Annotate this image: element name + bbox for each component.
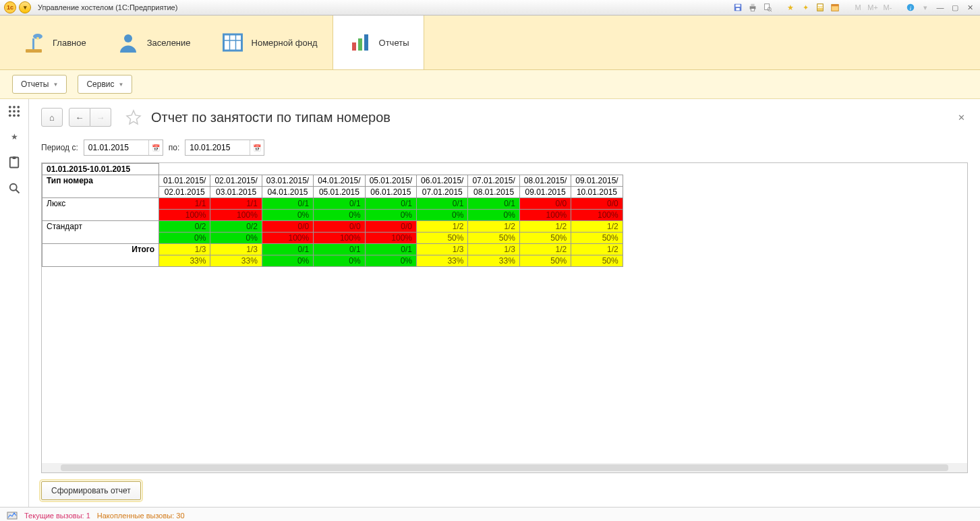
- occupancy-cell: 1/3: [210, 244, 262, 255]
- save-icon[interactable]: [732, 2, 744, 13]
- grid-icon[interactable]: [7, 104, 21, 118]
- svg-rect-40: [13, 156, 16, 159]
- date-col-header-l1: 09.01.2015/: [571, 175, 623, 187]
- date-range-header: 01.01.2015-10.01.2015: [42, 164, 159, 175]
- calendar-picker-icon[interactable]: 📅: [148, 140, 163, 155]
- occupancy-pct-cell: 0%: [314, 255, 365, 267]
- service-dropdown-button[interactable]: Сервис▼: [78, 75, 132, 94]
- report-container[interactable]: 01.01.2015-10.01.2015Тип номера01.01.201…: [41, 162, 968, 473]
- favorite-list-icon[interactable]: ✦: [799, 2, 811, 13]
- occupancy-pct-cell: 33%: [159, 255, 210, 267]
- calculator-icon[interactable]: [814, 2, 826, 13]
- print-preview-icon[interactable]: [761, 2, 774, 13]
- date-to-input[interactable]: [185, 143, 250, 152]
- clipboard-icon[interactable]: [7, 156, 21, 169]
- window-maximize-icon[interactable]: ▢: [949, 2, 961, 13]
- main-nav: Главное Заселение Номерной фонд Отчеты: [0, 16, 980, 70]
- date-col-header-l1: 02.01.2015/: [210, 175, 262, 187]
- svg-rect-27: [352, 42, 356, 51]
- favorite-add-icon[interactable]: ★: [784, 2, 797, 13]
- search-icon[interactable]: [7, 181, 21, 195]
- svg-rect-1: [736, 5, 741, 7]
- svg-point-36: [9, 114, 11, 117]
- print-icon[interactable]: [747, 2, 759, 13]
- calendar-picker-icon[interactable]: 📅: [250, 140, 264, 155]
- occupancy-cell: 0/0: [519, 198, 571, 210]
- occupancy-cell: 1/2: [519, 244, 571, 255]
- window-minimize-icon[interactable]: —: [934, 2, 946, 13]
- left-sidebar: ★: [0, 99, 29, 507]
- occupancy-pct-cell: 100%: [314, 233, 365, 244]
- occupancy-cell: 0/0: [571, 198, 623, 210]
- horizontal-scrollbar[interactable]: [42, 463, 967, 472]
- svg-rect-18: [26, 49, 42, 53]
- info-dropdown-icon[interactable]: ▾: [919, 2, 931, 13]
- separator-icon: [844, 2, 849, 13]
- reports-dropdown-button[interactable]: Отчеты▼: [12, 75, 67, 94]
- occupancy-pct-cell: 50%: [571, 255, 623, 267]
- nav-label: Отчеты: [379, 38, 409, 48]
- nav-checkin[interactable]: Заселение: [101, 16, 206, 69]
- date-col-header-l2: 04.01.2015: [262, 187, 313, 198]
- occupancy-cell: 0/1: [417, 198, 468, 210]
- occupancy-pct-cell: 0%: [262, 255, 313, 267]
- date-col-header-l1: 07.01.2015/: [468, 175, 519, 187]
- status-bar: Текущие вызовы: 1 Накопленные вызовы: 30: [0, 507, 980, 521]
- star-icon[interactable]: ★: [7, 130, 21, 144]
- app-menu-dropdown-icon[interactable]: ▾: [19, 1, 31, 13]
- date-from-field[interactable]: 📅: [84, 140, 163, 156]
- window-close-icon[interactable]: ✕: [964, 2, 976, 13]
- occupancy-cell: 1/3: [159, 244, 210, 255]
- memory-mplus-icon[interactable]: M+: [867, 2, 879, 13]
- memory-m-icon[interactable]: M: [852, 2, 864, 13]
- occupancy-pct-cell: 100%: [365, 233, 416, 244]
- occupancy-cell: 0/1: [468, 198, 519, 210]
- date-col-header-l2: 02.01.2015: [159, 187, 210, 198]
- svg-point-38: [17, 114, 20, 117]
- row-label: Итого: [42, 244, 159, 267]
- close-icon[interactable]: ✕: [954, 111, 968, 124]
- occupancy-pct-cell: 100%: [159, 210, 210, 221]
- occupancy-pct-cell: 0%: [159, 233, 210, 244]
- window-title: Управление хостелом (1С:Предприятие): [38, 3, 177, 11]
- occupancy-pct-cell: 50%: [417, 233, 468, 244]
- svg-rect-2: [736, 8, 739, 11]
- nav-back-button[interactable]: ←: [69, 108, 90, 127]
- svg-point-34: [13, 110, 16, 113]
- scroll-thumb[interactable]: [61, 464, 948, 471]
- svg-rect-10: [818, 5, 823, 7]
- occupancy-cell: 0/1: [314, 198, 365, 210]
- svg-line-8: [770, 10, 772, 11]
- nav-forward-button[interactable]: →: [90, 108, 111, 127]
- svg-rect-19: [32, 38, 34, 49]
- performance-icon[interactable]: [7, 510, 18, 521]
- occupancy-cell: 1/2: [571, 244, 623, 255]
- content-pane: ⌂ ← → Отчет по занятости по типам номеро…: [29, 99, 980, 507]
- svg-point-21: [36, 37, 39, 40]
- date-col-header-l1: 06.01.2015/: [417, 175, 468, 187]
- favorite-star-icon[interactable]: [125, 109, 142, 125]
- info-icon[interactable]: i: [904, 2, 917, 13]
- home-button[interactable]: ⌂: [41, 108, 63, 127]
- occupancy-pct-cell: 50%: [519, 255, 571, 267]
- date-col-header-l2: 08.01.2015: [468, 187, 519, 198]
- date-col-header-l2: 05.01.2015: [314, 187, 365, 198]
- date-col-header-l1: 08.01.2015/: [519, 175, 571, 187]
- occupancy-cell: 0/2: [159, 221, 210, 233]
- nav-reports[interactable]: Отчеты: [333, 16, 425, 69]
- date-to-field[interactable]: 📅: [185, 140, 264, 156]
- date-from-input[interactable]: [84, 143, 148, 152]
- generate-report-button[interactable]: Сформировать отчет: [41, 481, 141, 500]
- memory-mminus-icon[interactable]: M-: [882, 2, 894, 13]
- person-icon: [116, 30, 140, 55]
- date-col-header-l2: 06.01.2015: [365, 187, 416, 198]
- occupancy-pct-cell: 100%: [519, 210, 571, 221]
- app-1c-icon: 1c: [4, 1, 16, 13]
- occupancy-cell: 1/3: [468, 244, 519, 255]
- status-accum-calls: Накопленные вызовы: 30: [97, 512, 185, 520]
- occupancy-cell: 1/2: [468, 221, 519, 233]
- calendar-icon[interactable]: [829, 2, 841, 13]
- nav-rooms[interactable]: Номерной фонд: [206, 16, 333, 69]
- nav-main[interactable]: Главное: [7, 16, 101, 69]
- svg-rect-28: [358, 38, 362, 51]
